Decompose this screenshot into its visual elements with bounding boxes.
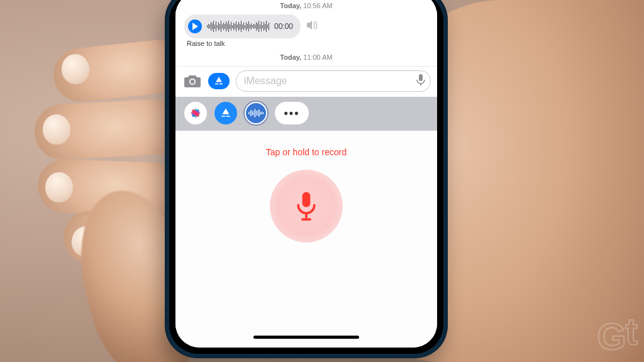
app-store-app-icon[interactable]	[214, 102, 237, 124]
svg-rect-15	[255, 109, 256, 118]
nail	[42, 114, 71, 145]
nail	[45, 172, 74, 203]
speaker-icon[interactable]	[306, 20, 318, 33]
svg-rect-17	[258, 109, 260, 116]
svg-rect-20	[303, 192, 311, 207]
timestamp-prefix: Today,	[280, 2, 301, 9]
message-input[interactable]: iMessage	[236, 70, 431, 92]
voice-message-row: 00:00	[175, 14, 437, 38]
messages-conversation: Today, 10:56 AM 00:00	[175, 0, 437, 66]
more-apps-button[interactable]: •••	[275, 102, 309, 124]
finger-ring	[37, 158, 180, 217]
record-button[interactable]	[270, 170, 343, 243]
play-icon	[192, 23, 198, 30]
nail	[69, 224, 102, 259]
dictation-button[interactable]	[416, 74, 425, 89]
app-store-icon	[213, 75, 225, 87]
timestamp: Today, 10:56 AM	[175, 2, 437, 9]
svg-rect-19	[262, 112, 264, 114]
imessage-app-tray[interactable]: •••	[175, 97, 437, 131]
message-input-bar: iMessage	[175, 66, 437, 97]
photos-icon	[189, 106, 203, 120]
timestamp-time: 11:00 AM	[303, 53, 332, 61]
imessage-apps-button[interactable]	[208, 73, 230, 89]
svg-rect-22	[301, 218, 311, 221]
message-placeholder: iMessage	[244, 75, 287, 87]
svg-rect-2	[419, 74, 423, 81]
svg-rect-14	[252, 111, 253, 115]
svg-rect-12	[248, 112, 250, 114]
phone-bezel: Today, 10:56 AM 00:00	[169, 0, 443, 354]
raise-to-talk-hint: Raise to talk	[175, 40, 437, 47]
audio-record-panel: Tap or hold to record	[175, 131, 437, 348]
svg-rect-3	[420, 84, 421, 85]
svg-rect-16	[257, 111, 258, 116]
play-button[interactable]	[188, 19, 202, 33]
phone-frame: Today, 10:56 AM 00:00	[165, 0, 448, 358]
timestamp-prefix: Today,	[280, 53, 301, 61]
photos-app-icon[interactable]	[184, 102, 207, 124]
voice-message-duration: 00:00	[274, 22, 293, 31]
finger-middle	[33, 98, 184, 161]
timestamp-time: 10:56 AM	[303, 2, 332, 9]
app-store-icon	[219, 107, 232, 119]
watermark-logo: Gt	[597, 310, 635, 358]
audio-wave-icon	[248, 108, 264, 118]
canvas: Today, 10:56 AM 00:00	[0, 0, 644, 362]
record-hint: Tap or hold to record	[266, 147, 347, 157]
camera-button[interactable]	[183, 73, 202, 89]
timestamp: Today, 11:00 AM	[175, 53, 437, 61]
waveform-icon	[207, 20, 269, 33]
voice-message-bubble[interactable]: 00:00	[184, 14, 301, 38]
svg-rect-13	[250, 110, 252, 116]
phone-screen: Today, 10:56 AM 00:00	[175, 0, 437, 348]
svg-rect-18	[260, 112, 262, 115]
microphone-icon	[294, 191, 319, 221]
camera-icon	[184, 74, 201, 88]
home-indicator[interactable]	[253, 336, 359, 339]
svg-point-1	[191, 80, 194, 84]
svg-rect-21	[305, 213, 308, 218]
audio-messages-app-icon[interactable]	[245, 102, 267, 124]
nail	[60, 53, 91, 85]
microphone-icon	[416, 74, 425, 86]
